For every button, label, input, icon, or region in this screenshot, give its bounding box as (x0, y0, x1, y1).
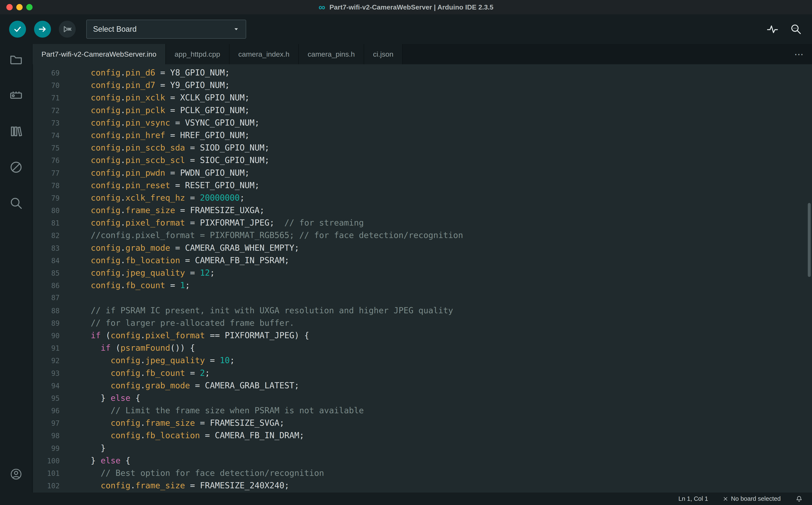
line-number[interactable]: 86 (33, 280, 60, 292)
code-line[interactable]: 95 } else { (33, 392, 812, 404)
line-number[interactable]: 100 (33, 455, 60, 467)
line-number[interactable]: 90 (33, 330, 60, 342)
line-number[interactable]: 84 (33, 255, 60, 267)
notifications-button[interactable] (796, 495, 803, 502)
code-line[interactable]: 92 config.jpeg_quality = 10; (33, 354, 812, 366)
code-line[interactable]: 102 config.frame_size = FRAMESIZE_240X24… (33, 479, 812, 492)
sidebar-item-library-manager[interactable] (9, 124, 23, 138)
zoom-window-button[interactable] (26, 4, 32, 10)
close-window-button[interactable] (6, 4, 13, 10)
tab-ci-json[interactable]: ci.json (364, 44, 402, 64)
line-number[interactable]: 74 (33, 129, 60, 142)
code-editor[interactable]: 69 config.pin_d6 = Y8_GPIO_NUM;70 config… (33, 64, 812, 493)
line-number[interactable]: 91 (33, 342, 60, 354)
code-line[interactable]: 72 config.pin_pclk = PCLK_GPIO_NUM; (33, 104, 812, 117)
code-line[interactable]: 91 if (psramFound()) { (33, 342, 812, 354)
tab-part7-wifi-v2-camerawebserver-ino[interactable]: Part7-wifi-v2-CameraWebServer.ino (32, 44, 166, 64)
tab-overflow-menu-icon[interactable]: ⋯ (794, 44, 812, 64)
line-number[interactable]: 75 (33, 142, 60, 154)
line-number[interactable]: 85 (33, 267, 60, 280)
code-line[interactable]: 78 config.pin_reset = RESET_GPIO_NUM; (33, 179, 812, 191)
cursor-position[interactable]: Ln 1, Col 1 (678, 495, 708, 502)
line-number[interactable]: 96 (33, 404, 60, 417)
sidebar-item-boards-manager[interactable] (9, 89, 23, 102)
code-line[interactable]: 73 config.pin_vsync = VSYNC_GPIO_NUM; (33, 117, 812, 129)
sidebar-item-sketchbook[interactable] (9, 52, 23, 66)
code-line[interactable]: 89 // for larger pre-allocated frame buf… (33, 317, 812, 329)
line-number[interactable]: 93 (33, 367, 60, 380)
code-line[interactable]: 88 // if PSRAM IC present, init with UXG… (33, 304, 812, 317)
code-line[interactable]: 93 config.fb_count = 2; (33, 367, 812, 379)
upload-button[interactable] (34, 21, 51, 38)
code-line[interactable]: 98 config.fb_location = CAMERA_FB_IN_DRA… (33, 429, 812, 442)
search-icon (9, 196, 23, 210)
line-number[interactable]: 89 (33, 317, 60, 330)
tab-app-httpd-cpp[interactable]: app_httpd.cpp (166, 44, 230, 64)
minimize-window-button[interactable] (16, 4, 23, 10)
code-line[interactable]: 71 config.pin_xclk = XCLK_GPIO_NUM; (33, 91, 812, 104)
line-number[interactable]: 98 (33, 430, 60, 442)
close-x-icon (723, 496, 728, 501)
code-line[interactable]: 101 // Best option for face detection/re… (33, 467, 812, 479)
line-number[interactable]: 80 (33, 204, 60, 217)
code-line[interactable]: 81 config.pixel_format = PIXFORMAT_JPEG;… (33, 216, 812, 229)
code-line[interactable]: 75 config.pin_sccb_sda = SIOD_GPIO_NUM; (33, 141, 812, 154)
tab-camera-pins-h[interactable]: camera_pins.h (299, 44, 364, 64)
line-number[interactable]: 95 (33, 392, 60, 404)
start-debugging-button[interactable] (59, 21, 76, 38)
code-line[interactable]: 97 config.frame_size = FRAMESIZE_SVGA; (33, 416, 812, 429)
line-number[interactable]: 76 (33, 154, 60, 167)
code-line[interactable]: 90 if (config.pixel_format == PIXFORMAT_… (33, 329, 812, 342)
line-number[interactable]: 77 (33, 167, 60, 179)
serial-monitor-button[interactable] (790, 23, 802, 35)
tab-label: camera_pins.h (308, 50, 355, 58)
code-line[interactable]: 70 config.pin_d7 = Y9_GPIO_NUM; (33, 79, 812, 91)
line-number[interactable]: 70 (33, 79, 60, 92)
line-number[interactable]: 92 (33, 354, 60, 367)
line-number[interactable]: 69 (33, 67, 60, 79)
line-number[interactable]: 81 (33, 217, 60, 229)
verify-button[interactable] (9, 21, 26, 38)
code-line[interactable]: 87 (33, 292, 812, 304)
sidebar-item-debug[interactable] (9, 160, 23, 174)
code-line[interactable]: 77 config.pin_pwdn = PWDN_GPIO_NUM; (33, 167, 812, 179)
code-line[interactable]: 79 config.xclk_freq_hz = 20000000; (33, 191, 812, 204)
code-line[interactable]: 80 config.frame_size = FRAMESIZE_UXGA; (33, 204, 812, 216)
line-number[interactable]: 78 (33, 179, 60, 192)
code-line[interactable]: 85 config.jpeg_quality = 12; (33, 267, 812, 279)
line-number[interactable]: 101 (33, 467, 60, 480)
line-number[interactable]: 94 (33, 380, 60, 392)
board-status[interactable]: No board selected (723, 495, 781, 502)
sidebar-item-search[interactable] (9, 196, 23, 210)
tab-camera-index-h[interactable]: camera_index.h (229, 44, 299, 64)
code-line[interactable]: 100 } else { (33, 454, 812, 467)
code-line[interactable]: 74 config.pin_href = HREF_GPIO_NUM; (33, 129, 812, 141)
code-line[interactable]: 96 // Limit the frame size when PSRAM is… (33, 404, 812, 416)
code-line[interactable]: 94 config.grab_mode = CAMERA_GRAB_LATEST… (33, 379, 812, 392)
vertical-scrollbar[interactable] (808, 203, 811, 277)
line-number[interactable]: 83 (33, 242, 60, 255)
serial-plotter-button[interactable] (767, 23, 778, 35)
line-number[interactable]: 88 (33, 305, 60, 317)
line-number[interactable]: 99 (33, 442, 60, 455)
line-number[interactable]: 79 (33, 192, 60, 204)
line-number[interactable]: 102 (33, 480, 60, 492)
code-text: config.xclk_freq_hz = 20000000; (81, 191, 245, 204)
line-number[interactable]: 73 (33, 117, 60, 129)
code-line[interactable]: 76 config.pin_sccb_scl = SIOC_GPIO_NUM; (33, 154, 812, 166)
line-number[interactable]: 87 (33, 292, 60, 304)
line-number[interactable]: 82 (33, 229, 60, 242)
code-line[interactable]: 86 config.fb_count = 1; (33, 279, 812, 292)
code-line[interactable]: 99 } (33, 442, 812, 454)
code-line[interactable]: 83 config.grab_mode = CAMERA_GRAB_WHEN_E… (33, 241, 812, 254)
code-text: config.jpeg_quality = 10; (81, 354, 235, 366)
line-number[interactable]: 72 (33, 105, 60, 117)
activity-sidebar (0, 44, 32, 493)
sidebar-item-account[interactable] (9, 468, 23, 481)
line-number[interactable]: 71 (33, 92, 60, 104)
code-line[interactable]: 82 //config.pixel_format = PIXFORMAT_RGB… (33, 229, 812, 241)
line-number[interactable]: 97 (33, 417, 60, 430)
board-selector-dropdown[interactable]: Select Board (86, 20, 246, 39)
code-line[interactable]: 69 config.pin_d6 = Y8_GPIO_NUM; (33, 66, 812, 79)
code-line[interactable]: 84 config.fb_location = CAMERA_FB_IN_PSR… (33, 254, 812, 267)
